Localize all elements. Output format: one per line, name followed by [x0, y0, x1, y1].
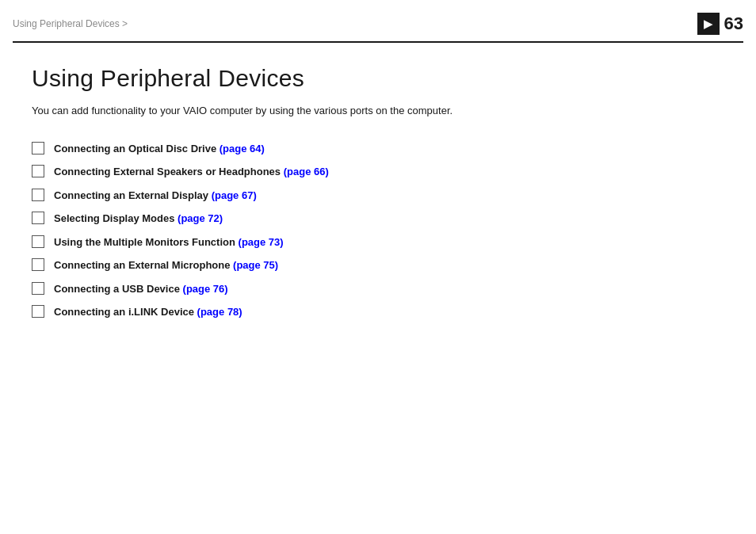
toc-item-label: Connecting a USB Device [54, 283, 183, 295]
toc-item-label: Connecting an i.LINK Device [54, 306, 197, 318]
toc-list: Connecting an Optical Disc Drive (page 6… [32, 141, 724, 320]
toc-item-link[interactable]: (page 67) [212, 189, 257, 201]
toc-item-link[interactable]: (page 75) [233, 259, 278, 271]
toc-item-link[interactable]: (page 64) [220, 143, 265, 154]
checkbox-icon [32, 282, 44, 295]
checkbox-icon [32, 258, 44, 271]
toc-item-label: Connecting an External Display [54, 189, 212, 201]
page-title: Using Peripheral Devices [32, 65, 724, 92]
toc-item-text: Connecting External Speakers or Headphon… [54, 164, 329, 180]
list-item: Using the Multiple Monitors Function (pa… [32, 235, 724, 250]
toc-item-link[interactable]: (page 72) [178, 212, 223, 224]
checkbox-icon [32, 305, 44, 318]
toc-item-text: Selecting Display Modes (page 72) [54, 211, 223, 227]
checkbox-icon [32, 235, 44, 248]
checkbox-icon [32, 212, 44, 224]
intro-paragraph: You can add functionality to your VAIO c… [32, 103, 724, 119]
toc-item-link[interactable]: (page 76) [183, 283, 228, 295]
list-item: Connecting External Speakers or Headphon… [32, 164, 724, 180]
checkbox-icon [32, 142, 44, 154]
toc-item-label: Connecting External Speakers or Headphon… [54, 166, 284, 177]
toc-item-label: Connecting an Optical Disc Drive [54, 143, 220, 154]
list-item: Selecting Display Modes (page 72) [32, 211, 724, 227]
breadcrumb: Using Peripheral Devices > [13, 18, 128, 29]
toc-item-text: Connecting an External Display (page 67) [54, 188, 257, 204]
toc-item-text: Connecting an External Microphone (page … [54, 257, 278, 273]
toc-item-link[interactable]: (page 78) [197, 306, 242, 318]
arrow-icon: ▶ [704, 17, 712, 30]
list-item: Connecting an External Display (page 67) [32, 188, 724, 204]
page-number: 63 [720, 15, 743, 32]
main-content: Using Peripheral Devices You can add fun… [0, 43, 756, 350]
toc-item-label: Selecting Display Modes [54, 212, 178, 224]
toc-item-label: Connecting an External Microphone [54, 259, 233, 271]
toc-item-text: Using the Multiple Monitors Function (pa… [54, 235, 284, 250]
list-item: Connecting a USB Device (page 76) [32, 281, 724, 297]
list-item: Connecting an Optical Disc Drive (page 6… [32, 141, 724, 157]
toc-item-label: Using the Multiple Monitors Function [54, 236, 239, 248]
list-item: Connecting an i.LINK Device (page 78) [32, 304, 724, 320]
page-number-container: ▶ 63 [697, 13, 743, 35]
checkbox-icon [32, 165, 44, 177]
header: Using Peripheral Devices > ▶ 63 [0, 0, 756, 41]
list-item: Connecting an External Microphone (page … [32, 257, 724, 273]
toc-item-text: Connecting an i.LINK Device (page 78) [54, 304, 242, 320]
checkbox-icon [32, 189, 44, 201]
toc-item-text: Connecting an Optical Disc Drive (page 6… [54, 141, 265, 157]
page-arrow: ▶ [697, 13, 720, 35]
toc-item-text: Connecting a USB Device (page 76) [54, 281, 228, 297]
toc-item-link[interactable]: (page 73) [239, 236, 284, 248]
toc-item-link[interactable]: (page 66) [284, 166, 329, 177]
